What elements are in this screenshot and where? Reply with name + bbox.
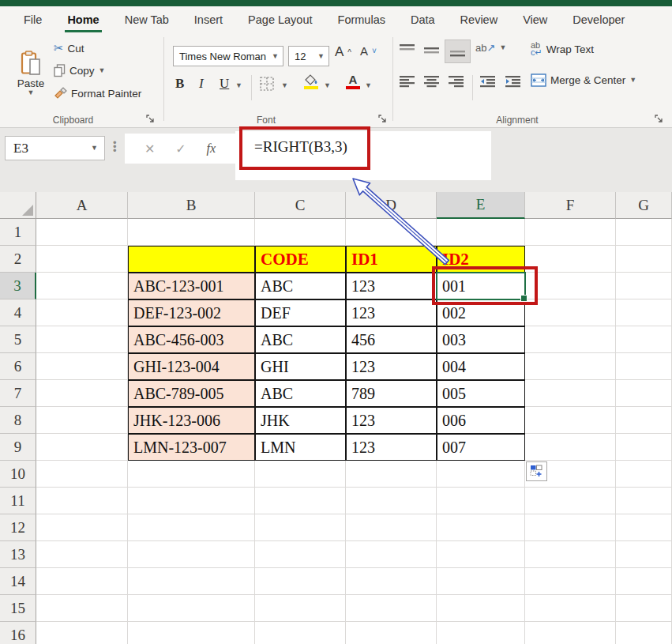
table-cell-C8[interactable]: JHK — [255, 407, 346, 434]
tab-review[interactable]: Review — [448, 6, 511, 32]
cell-C10[interactable] — [255, 461, 346, 488]
cell-C12[interactable] — [255, 514, 346, 541]
table-cell-B9[interactable]: LMN-123-007 — [128, 434, 255, 461]
cell-A13[interactable] — [36, 541, 128, 568]
row-header-16[interactable]: 16 — [0, 622, 36, 644]
cell-D11[interactable] — [346, 488, 437, 514]
cell-D1[interactable] — [346, 219, 437, 246]
name-box[interactable]: E3 ▼ — [5, 136, 105, 160]
cell-A12[interactable] — [36, 514, 128, 541]
underline-button[interactable]: U — [220, 76, 229, 92]
row-header-2[interactable]: 2 — [0, 246, 36, 273]
cell-F5[interactable] — [525, 326, 616, 353]
select-all-corner[interactable] — [0, 192, 36, 219]
font-dialog-launcher[interactable] — [377, 113, 388, 123]
table-header-cell-D2[interactable]: ID1 — [346, 246, 437, 273]
cell-F14[interactable] — [525, 568, 616, 595]
table-cell-C7[interactable]: ABC — [255, 380, 346, 407]
cell-F1[interactable] — [525, 219, 616, 246]
cell-E12[interactable] — [437, 514, 525, 541]
cell-G3[interactable] — [616, 273, 672, 299]
cell-B16[interactable] — [128, 622, 255, 644]
cell-B12[interactable] — [128, 514, 255, 541]
cell-A10[interactable] — [36, 461, 128, 488]
cell-B11[interactable] — [128, 488, 255, 514]
table-cell-E7[interactable]: 005 — [437, 380, 525, 407]
insert-function-button[interactable]: fx — [207, 141, 216, 156]
bottom-align-button-selected[interactable] — [445, 40, 471, 63]
cell-A4[interactable] — [36, 299, 128, 326]
cell-A16[interactable] — [36, 622, 128, 644]
italic-button[interactable]: I — [199, 76, 204, 92]
column-header-B[interactable]: B — [128, 192, 255, 219]
alignment-dialog-launcher[interactable] — [654, 113, 664, 123]
table-cell-B7[interactable]: ABC-789-005 — [128, 380, 255, 407]
bold-button[interactable]: B — [175, 76, 184, 92]
cell-F8[interactable] — [525, 407, 616, 434]
table-cell-B4[interactable]: DEF-123-002 — [128, 299, 255, 326]
row-header-1[interactable]: 1 — [0, 219, 36, 246]
tab-insert[interactable]: Insert — [182, 6, 235, 32]
cell-G7[interactable] — [616, 380, 672, 407]
cell-E15[interactable] — [437, 595, 525, 622]
borders-button[interactable] — [259, 76, 275, 92]
table-cell-D7[interactable]: 789 — [346, 380, 437, 407]
tab-view[interactable]: View — [510, 6, 560, 32]
cell-G9[interactable] — [616, 434, 672, 461]
table-cell-E9[interactable]: 007 — [437, 434, 525, 461]
cell-A11[interactable] — [36, 488, 128, 514]
merge-center-button[interactable]: Merge & Center ▼ — [531, 73, 636, 87]
enter-button[interactable]: ✓ — [175, 141, 186, 156]
row-header-10[interactable]: 10 — [0, 461, 36, 488]
row-header-13[interactable]: 13 — [0, 541, 36, 568]
table-header-cell-C2[interactable]: CODE — [255, 246, 346, 273]
table-cell-E3[interactable]: 001 — [437, 273, 525, 299]
table-cell-D5[interactable]: 456 — [346, 326, 437, 353]
table-cell-E6[interactable]: 004 — [437, 353, 525, 380]
row-header-4[interactable]: 4 — [0, 299, 36, 326]
table-cell-C9[interactable]: LMN — [255, 434, 346, 461]
cell-B13[interactable] — [128, 541, 255, 568]
fill-color-button[interactable] — [302, 73, 321, 89]
row-header-5[interactable]: 5 — [0, 326, 36, 353]
table-cell-B3[interactable]: ABC-123-001 — [128, 273, 255, 299]
table-cell-D8[interactable]: 123 — [346, 407, 437, 434]
cell-G13[interactable] — [616, 541, 672, 568]
cell-C14[interactable] — [255, 568, 346, 595]
cell-F11[interactable] — [525, 488, 616, 514]
cell-E10[interactable] — [437, 461, 525, 488]
clipboard-dialog-launcher[interactable] — [145, 113, 156, 123]
cell-D16[interactable] — [346, 622, 437, 644]
tab-developer[interactable]: Developer — [560, 6, 637, 32]
paste-button[interactable]: Paste ▼ — [11, 38, 51, 109]
column-header-A[interactable]: A — [36, 192, 128, 219]
cell-A1[interactable] — [36, 219, 128, 246]
row-header-15[interactable]: 15 — [0, 595, 36, 622]
increase-font-size-button[interactable]: A^ — [335, 44, 351, 60]
cell-G11[interactable] — [616, 488, 672, 514]
cell-G15[interactable] — [616, 595, 672, 622]
cell-F12[interactable] — [525, 514, 616, 541]
cell-B15[interactable] — [128, 595, 255, 622]
cell-D14[interactable] — [346, 568, 437, 595]
cell-G10[interactable] — [616, 461, 672, 488]
cell-G16[interactable] — [616, 622, 672, 644]
cell-A8[interactable] — [36, 407, 128, 434]
middle-align-button[interactable] — [424, 43, 439, 56]
table-cell-E5[interactable]: 003 — [437, 326, 525, 353]
cell-G1[interactable] — [616, 219, 672, 246]
borders-dropdown-caret[interactable]: ▼ — [281, 82, 288, 89]
column-header-G[interactable]: G — [616, 192, 672, 219]
formula-bar-drag-dots[interactable]: ••• — [113, 141, 117, 153]
cell-G8[interactable] — [616, 407, 672, 434]
table-cell-D6[interactable]: 123 — [346, 353, 437, 380]
table-cell-B6[interactable]: GHI-123-004 — [128, 353, 255, 380]
cell-A6[interactable] — [36, 353, 128, 380]
fill-color-dropdown-caret[interactable]: ▼ — [324, 82, 331, 89]
decrease-font-size-button[interactable]: A˅ — [360, 44, 377, 58]
cell-B1[interactable] — [128, 219, 255, 246]
cell-F13[interactable] — [525, 541, 616, 568]
auto-fill-options-button[interactable] — [526, 461, 547, 481]
format-painter-button[interactable]: Format Painter — [54, 87, 141, 100]
tab-home[interactable]: Home — [54, 6, 111, 32]
